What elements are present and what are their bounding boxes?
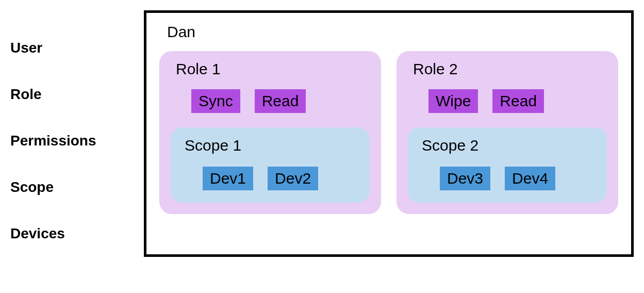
scope-title: Scope 2 [422,137,596,154]
device-tag: Dev2 [268,167,318,190]
device-tag: Dev4 [505,167,555,190]
scope-box: Scope 2 Dev3 Dev4 [408,127,607,203]
row-labels-column: User Role Permissions Scope Devices [10,10,128,257]
label-permissions: Permissions [10,118,128,164]
device-tag: Dev1 [203,167,253,190]
permission-tag: Wipe [428,89,478,113]
roles-row: Role 1 Sync Read Scope 1 Dev1 Dev2 Role … [159,51,618,214]
scope-box: Scope 1 Dev1 Dev2 [171,127,370,203]
diagram-container: User Role Permissions Scope Devices Dan … [10,10,634,257]
label-role: Role [10,71,128,118]
user-detail-box: Dan Role 1 Sync Read Scope 1 Dev1 Dev2 R… [144,10,634,257]
permissions-row: Sync Read [191,89,370,113]
devices-row: Dev3 Dev4 [440,167,596,190]
permissions-row: Wipe Read [428,89,607,113]
label-user: User [10,25,128,71]
user-name: Dan [167,23,618,41]
label-devices: Devices [10,210,128,257]
permission-tag: Read [492,89,544,113]
scope-title: Scope 1 [185,137,358,154]
role-box-2: Role 2 Wipe Read Scope 2 Dev3 Dev4 [397,51,618,214]
role-title: Role 2 [413,60,607,78]
permission-tag: Read [255,89,306,113]
devices-row: Dev1 Dev2 [203,167,358,190]
device-tag: Dev3 [440,167,490,190]
role-box-1: Role 1 Sync Read Scope 1 Dev1 Dev2 [159,51,381,214]
label-scope: Scope [10,164,128,210]
permission-tag: Sync [191,89,240,113]
role-title: Role 1 [176,60,370,78]
